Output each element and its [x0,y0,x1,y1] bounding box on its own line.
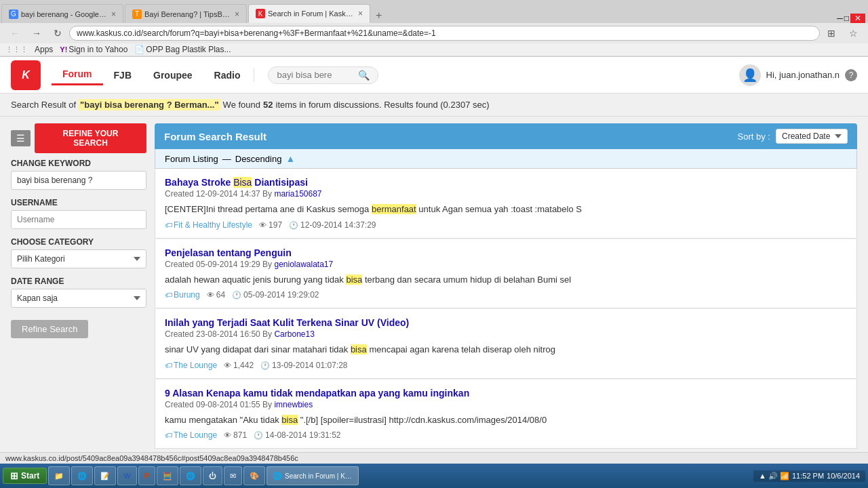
help-icon[interactable]: ? [845,69,857,81]
result-author-2[interactable]: geniolawalata17 [274,260,333,269]
bookmark-opp[interactable]: 📄 OPP Bag Plastik Plas... [134,45,231,54]
result-author-1[interactable]: maria150687 [274,189,321,199]
search-query: "bayi bisa berenang ? Berman..." [79,99,220,110]
tab-title-1: bayi berenang - Google S... [21,10,107,18]
snippet-highlight-4: bisa [281,415,298,425]
result-date-4: 14-08-2014 19:31:52 [254,430,340,440]
result-meta-1: Created 12-09-2014 14:37 By maria150687 [165,189,847,199]
result-card-1: Bahaya Stroke Bisa Diantisipasi Created … [155,169,857,239]
keyword-label: CHANGE KEYWORD [11,159,146,168]
daterange-label: DATE RANGE [11,277,146,286]
search-icon[interactable]: 🔍 [358,70,370,81]
clock-icon-1 [289,220,298,230]
result-snippet-1: [CENTER]Ini thread pertama ane di Kaskus… [165,203,847,216]
header-search[interactable]: 🔍 [268,66,378,84]
eye-icon-1 [259,220,267,230]
status-bar: www.kaskus.co.id/post/5409ac8ea09a394847… [0,452,868,455]
forum-listing-label: Forum Listing [165,154,218,164]
result-tag-1[interactable]: Fit & Healthy Lifestyle [165,220,252,230]
sidebar: ☰ REFINE YOUR SEARCH CHANGE KEYWORD USER… [11,123,146,449]
tab-2[interactable]: T Bayi Berenang? | TipsBayi... × [125,4,247,23]
result-views-2: 64 [207,290,225,300]
browser-chrome: G bayi berenang - Google S... × T Bayi B… [0,0,868,57]
sort-direction-icon[interactable]: ▲ [285,153,295,164]
result-tag-4[interactable]: The Lounge [165,430,217,440]
snippet-highlight-3: bisa [351,344,367,354]
new-tab-button[interactable]: + [370,8,387,23]
address-text: www.kaskus.co.id/search/forum?q=bayi+bis… [77,28,812,38]
result-views-1: 197 [259,220,282,230]
search-count: 52 [263,100,273,110]
tab-close-2[interactable]: × [235,9,239,19]
result-tag-2[interactable]: Burung [165,290,200,300]
tab-favicon-3: K [256,9,265,18]
category-select[interactable]: Pilih Kategori [11,249,146,268]
nav-fjb[interactable]: FJB [103,66,142,85]
nav-extras: ⊞ ☆ [823,26,863,41]
result-meta-2: Created 05-09-2014 19:29 By geniolawalat… [165,260,847,269]
search-input[interactable] [277,70,358,80]
nav-radio[interactable]: Radio [203,66,252,85]
maximize-button[interactable]: □ [844,14,849,23]
result-tag-3[interactable]: The Lounge [165,361,217,370]
tab-1[interactable]: G bayi berenang - Google S... × [1,4,123,23]
extension-button[interactable]: ⊞ [823,26,840,41]
tab-close-3[interactable]: × [358,9,363,18]
apps-grid-icon[interactable]: ⋮⋮⋮ [5,45,28,54]
address-bar[interactable]: www.kaskus.co.id/search/forum?q=bayi+bis… [69,26,820,41]
star-button[interactable]: ☆ [844,26,863,41]
result-title-4[interactable]: 9 Alasan Kenapa kamu tidak mendapatkan a… [165,388,469,399]
clock-icon-3 [260,361,270,370]
sort-by-label: Sort by : [738,131,770,142]
bookmark-yahoo[interactable]: Y! Sign in to Yahoo [60,45,127,54]
results-title: Forum Search Result [164,131,267,142]
result-date-2: 05-09-2014 19:29:02 [232,290,319,300]
sidebar-daterange-section: DATE RANGE Kapan saja [11,277,146,308]
header-user: 👤 Hi, juan.jonathan.n ? [739,64,857,86]
close-button[interactable]: ✕ [850,14,865,23]
sort-select[interactable]: Created Date Relevance Views [776,129,848,144]
nav-groupee[interactable]: Groupee [142,66,203,85]
username-input[interactable] [11,210,146,229]
kaskus-logo[interactable]: K [11,60,41,90]
category-label: CHOOSE CATEGORY [11,237,146,247]
tab-close-1[interactable]: × [111,9,116,19]
bookmark-apps[interactable]: Apps [35,45,53,54]
result-snippet-2: adalah hewan aquatic jenis burung yang t… [165,273,847,287]
refine-your-search-button[interactable]: REFINE YOUR SEARCH [35,123,146,153]
result-author-4[interactable]: imnewbies [274,400,313,409]
main-container: ☰ REFINE YOUR SEARCH CHANGE KEYWORD USER… [0,117,868,455]
tab-title-2: Bayi Berenang? | TipsBayi... [144,10,231,18]
result-date-1: 12-09-2014 14:37:29 [289,220,376,230]
result-title-3[interactable]: Inilah yang Terjadi Saat Kulit Terkena S… [165,317,409,328]
refresh-button[interactable]: ↻ [49,26,66,41]
result-snippet-4: kamu mengatakan "Aku tidak bisa ".[/b] [… [165,413,847,427]
result-date-3: 13-09-2014 01:07:28 [260,361,347,370]
refine-search-button[interactable]: Refine Search [11,320,88,338]
sidebar-toggle-button[interactable]: ☰ [11,130,31,146]
forward-button[interactable]: → [27,26,46,41]
daterange-select[interactable]: Kapan saja [11,289,146,308]
result-title-2[interactable]: Penjelasan tentang Penguin [165,247,292,258]
tab-title-3: Search in Forum | Kaskus ... [268,9,354,18]
kaskus-logo-text: K [22,69,30,81]
tab-3[interactable]: K Search in Forum | Kaskus ... × [248,4,370,23]
result-card-3: Inilah yang Terjadi Saat Kulit Terkena S… [155,309,857,379]
minimize-button[interactable]: ─ [837,14,843,23]
keyword-input[interactable] [11,171,146,190]
result-tags-3: The Lounge 1,442 13-09-2014 01:07:28 [165,361,847,370]
result-title-1[interactable]: Bahaya Stroke Bisa Diantisipasi [165,177,308,188]
username-label: USERNAME [11,198,146,207]
username-text: Hi, juan.jonathan.n [766,70,840,80]
snippet-highlight-1: bermanfaat [372,204,416,214]
nav-forum[interactable]: Forum [52,64,103,85]
back-button[interactable]: ← [5,26,24,41]
result-views-3: 1,442 [224,361,254,370]
result-card-4: 9 Alasan Kenapa kamu tidak mendapatkan a… [155,380,857,449]
bookmarks-bar: ⋮⋮⋮ Apps Y! Sign in to Yahoo 📄 OPP Bag P… [0,43,868,56]
header-nav: Forum FJB Groupee Radio 🔍 [52,64,739,85]
sidebar-username-section: USERNAME [11,198,146,229]
result-author-3[interactable]: Carbone13 [274,329,314,339]
results-header: Forum Search Result Sort by : Created Da… [155,123,857,149]
eye-icon-2 [207,290,214,300]
